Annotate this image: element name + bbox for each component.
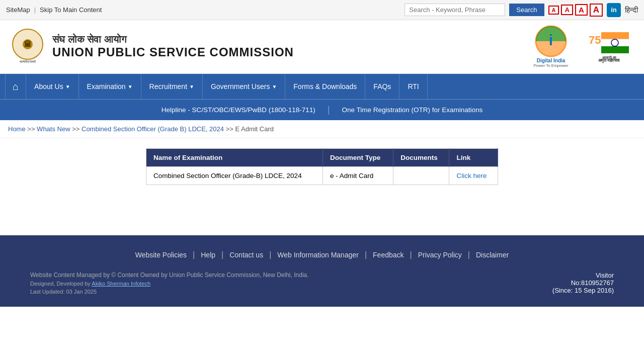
linkedin-icon[interactable]: in (607, 3, 621, 17)
table-header-row: Name of Examination Document Type Docume… (146, 149, 498, 167)
header-logos: i Digital India Power To Empower 75 आज़ा… (528, 25, 634, 68)
font-size-controls: A A A A (548, 4, 603, 17)
di-label: Digital India (537, 58, 566, 63)
table-header: Name of Examination Document Type Docume… (146, 149, 498, 167)
visitor-number: No:810952767 (552, 279, 614, 287)
main-nav: ⌂ About Us ▼ Examination ▼ Recruitment ▼… (0, 74, 644, 99)
org-name-block: संघ लोक सेवा आयोग UNION PUBLIC SERVICE C… (52, 34, 294, 59)
emblem-icon: 🏛 सत्यमेव जयते (10, 27, 45, 67)
main-content: Name of Examination Document Type Docume… (0, 138, 644, 205)
svg-rect-8 (601, 46, 629, 53)
table-row: Combined Section Officer (Grade-B) LDCE,… (146, 167, 498, 185)
footer-content-managed: Website Content Managed by © Content Own… (30, 272, 309, 279)
digital-india-logo: i Digital India Power To Empower (528, 25, 574, 68)
divider: | (34, 6, 36, 14)
footer-web-info[interactable]: Web Information Manager (271, 251, 365, 259)
org-name-english: UNION PUBLIC SERVICE COMMISSION (52, 45, 294, 59)
nav-faqs[interactable]: FAQs (365, 74, 399, 99)
nav-govt-users[interactable]: Government Users ▼ (203, 74, 285, 99)
amrit-mahotsav-logo: 75 आज़ादी का अमृत महोत्सव (584, 29, 634, 64)
hindi-link[interactable]: हिन्दी (625, 6, 638, 15)
footer-content-info: Website Content Managed by © Content Own… (30, 272, 309, 297)
top-bar: SiteMap | Skip To Main Content Search A … (0, 0, 644, 20)
visitor-label: Visitor (552, 272, 614, 279)
footer-bottom: Website Content Managed by © Content Own… (30, 272, 614, 297)
footer-designer-link[interactable]: Akiko Sherman Infotech (92, 281, 150, 287)
font-size-small[interactable]: A (548, 6, 559, 15)
exam-table: Name of Examination Document Type Docume… (146, 148, 498, 185)
nav-about-us[interactable]: About Us ▼ (26, 74, 79, 99)
breadcrumb-current: E Admit Card (235, 125, 274, 133)
nav-forms-downloads[interactable]: Forms & Downloads (285, 74, 365, 99)
footer-visitor: Visitor No:810952767 (Since: 15 Sep 2016… (552, 272, 614, 294)
click-here-link[interactable]: Click here (456, 172, 487, 179)
org-name: संघ लोक सेवा आयोग UNION PUBLIC SERVICE C… (52, 34, 294, 59)
skip-link[interactable]: Skip To Main Content (40, 6, 102, 14)
footer-disclaimer[interactable]: Disclaimer (470, 251, 515, 259)
breadcrumb-sep1: >> (27, 125, 37, 133)
chevron-down-icon: ▼ (189, 84, 194, 89)
svg-rect-6 (601, 32, 629, 39)
breadcrumb-exam[interactable]: Combined Section Officer (Grade B) LDCE,… (82, 125, 224, 133)
search-button[interactable]: Search (509, 4, 544, 16)
cell-link: Click here (449, 167, 498, 185)
nav-recruitment[interactable]: Recruitment ▼ (141, 74, 203, 99)
breadcrumb: Home >> Whats New >> Combined Section Of… (0, 120, 644, 138)
nav-rti[interactable]: RTI (399, 74, 427, 99)
chevron-down-icon: ▼ (272, 84, 277, 89)
nav-home[interactable]: ⌂ (5, 74, 26, 99)
svg-rect-7 (601, 39, 629, 46)
footer-privacy[interactable]: Privacy Policy (412, 251, 468, 259)
col-doc-type: Document Type (323, 149, 393, 167)
breadcrumb-whats-new[interactable]: Whats New (37, 125, 70, 133)
svg-text:सत्यमेव जयते: सत्यमेव जयते (19, 59, 37, 63)
footer-feedback[interactable]: Feedback (367, 251, 410, 259)
chevron-down-icon: ▼ (128, 84, 133, 89)
svg-text:i: i (548, 32, 552, 48)
nav-helpline[interactable]: Helpline - SC/ST/OBC/EWS/PwBD (1800-118-… (149, 100, 328, 121)
nav-otr[interactable]: One Time Registration (OTR) for Examinat… (330, 100, 495, 121)
org-name-hindi: संघ लोक सेवा आयोग (52, 34, 294, 45)
footer-links: Website Policies | Help | Contact us | W… (30, 250, 614, 259)
breadcrumb-sep3: >> (226, 125, 235, 133)
visitor-since: (Since: 15 Sep 2016) (552, 287, 614, 294)
cell-documents (393, 167, 449, 185)
footer-designed-text: Designed, Developed by (30, 281, 91, 287)
footer-contact[interactable]: Contact us (223, 251, 269, 259)
font-size-medium[interactable]: A (561, 5, 573, 15)
font-size-xlarge[interactable]: A (590, 4, 603, 17)
footer-website-policies[interactable]: Website Policies (129, 251, 193, 259)
col-documents: Documents (393, 149, 449, 167)
cell-exam-name: Combined Section Officer (Grade-B) LDCE,… (146, 167, 323, 185)
font-size-large[interactable]: A (575, 4, 588, 16)
footer-last-updated: Last Updated: 03 Jan 2025 (30, 289, 309, 295)
search-input[interactable] (405, 4, 505, 16)
col-link: Link (449, 149, 498, 167)
footer-help[interactable]: Help (195, 251, 221, 259)
breadcrumb-home[interactable]: Home (8, 125, 26, 133)
amrit-svg: 75 आज़ादी का (586, 30, 631, 60)
chevron-down-icon: ▼ (65, 84, 70, 89)
cell-doc-type: e - Admit Card (323, 167, 393, 185)
top-bar-left: SiteMap | Skip To Main Content (6, 6, 102, 14)
nav-examination[interactable]: Examination ▼ (79, 74, 141, 99)
di-sub-label: Power To Empower (533, 63, 568, 68)
top-bar-right: Search A A A A in हिन्दी (405, 3, 638, 17)
table-body: Combined Section Officer (Grade-B) LDCE,… (146, 167, 498, 185)
footer: Website Policies | Help | Contact us | W… (0, 235, 644, 307)
amrit-flag: 75 आज़ादी का (586, 30, 631, 60)
di-svg: i (535, 25, 568, 58)
svg-text:75: 75 (589, 34, 601, 46)
svg-text:🏛: 🏛 (24, 40, 31, 48)
sub-nav: Helpline - SC/ST/OBC/EWS/PwBD (1800-118-… (0, 99, 644, 120)
footer-designed: Designed, Developed by Akiko Sherman Inf… (30, 281, 309, 287)
col-exam-name: Name of Examination (146, 149, 323, 167)
header-logo-area: 🏛 सत्यमेव जयते संघ लोक सेवा आयोग UNION P… (10, 27, 294, 67)
sitemap-link[interactable]: SiteMap (6, 6, 30, 14)
breadcrumb-sep2: >> (72, 125, 82, 133)
amrit-text: अमृत महोत्सव (598, 58, 620, 63)
di-circle: i (535, 25, 568, 58)
site-header: 🏛 सत्यमेव जयते संघ लोक सेवा आयोग UNION P… (0, 20, 644, 74)
